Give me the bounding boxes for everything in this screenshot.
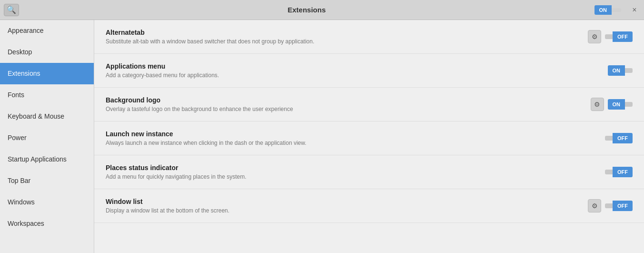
- toggle-on-button[interactable]: ON: [608, 99, 625, 110]
- gear-icon[interactable]: ⚙: [591, 98, 604, 111]
- extension-description: Substitute alt-tab with a window based s…: [106, 38, 588, 45]
- extension-info: Launch new instanceAlways launch a new i…: [106, 130, 605, 146]
- extension-description: Add a category-based menu for applicatio…: [106, 72, 608, 79]
- sidebar: AppearanceDesktopExtensionsFontsKeyboard…: [0, 20, 94, 253]
- extension-description: Add a menu for quickly navigating places…: [106, 173, 605, 180]
- extension-toggle: ON: [608, 99, 633, 110]
- global-toggle: ON: [594, 5, 622, 15]
- extension-item: Places status indicatorAdd a menu for qu…: [94, 155, 644, 189]
- extension-info: Window listDisplay a window list at the …: [106, 198, 588, 214]
- extension-controls: ⚙ON: [591, 98, 633, 111]
- extension-info: Applications menuAdd a category-based me…: [106, 62, 608, 79]
- sidebar-item-appearance[interactable]: Appearance: [0, 20, 94, 41]
- extension-toggle: OFF: [605, 167, 633, 177]
- titlebar: 🔍 Extensions ON ×: [0, 0, 644, 20]
- extension-controls: ON: [608, 65, 633, 76]
- extension-item: Background logoOverlay a tasteful logo o…: [94, 88, 644, 121]
- toggle-off-button[interactable]: OFF: [613, 201, 633, 211]
- close-button[interactable]: ×: [627, 2, 642, 18]
- toggle-off-button[interactable]: OFF: [613, 133, 633, 143]
- extension-toggle: OFF: [605, 201, 633, 211]
- toggle-off-button[interactable]: [625, 68, 633, 73]
- page-title: Extensions: [19, 6, 594, 14]
- toggle-on-button[interactable]: ON: [608, 65, 625, 76]
- extension-description: Display a window list at the bottom of t…: [106, 207, 588, 214]
- extension-controls: OFF: [605, 167, 633, 177]
- extension-description: Overlay a tasteful logo on the backgroun…: [106, 106, 591, 112]
- toggle-off-button[interactable]: OFF: [613, 167, 633, 177]
- extension-info: Background logoOverlay a tasteful logo o…: [106, 96, 591, 112]
- toggle-on-button[interactable]: [605, 136, 613, 141]
- extension-name: Background logo: [106, 96, 591, 104]
- toggle-on-button[interactable]: [605, 203, 613, 208]
- extension-info: Places status indicatorAdd a menu for qu…: [106, 164, 605, 180]
- extension-controls: ⚙OFF: [588, 199, 633, 213]
- gear-icon[interactable]: ⚙: [588, 199, 601, 213]
- extension-name: Applications menu: [106, 62, 608, 70]
- search-button[interactable]: 🔍: [4, 4, 19, 16]
- extension-toggle: ON: [608, 65, 633, 76]
- extension-item: AlternatetabSubstitute alt-tab with a wi…: [94, 20, 644, 54]
- extension-item: Launch new instanceAlways launch a new i…: [94, 121, 644, 155]
- extension-description: Always launch a new instance when clicki…: [106, 140, 605, 146]
- toggle-off-button[interactable]: [625, 102, 633, 107]
- search-icon: 🔍: [7, 5, 16, 14]
- extension-item: Applications menuAdd a category-based me…: [94, 54, 644, 88]
- sidebar-item-startup-applications[interactable]: Startup Applications: [0, 149, 94, 170]
- extension-name: Window list: [106, 198, 588, 205]
- extension-name: Places status indicator: [106, 164, 605, 172]
- extension-controls: ⚙OFF: [588, 30, 633, 43]
- extension-name: Alternatetab: [106, 29, 588, 36]
- extension-toggle: OFF: [605, 133, 633, 143]
- toggle-off-button[interactable]: OFF: [613, 31, 633, 42]
- global-on-button[interactable]: ON: [594, 5, 612, 15]
- sidebar-item-power[interactable]: Power: [0, 127, 94, 149]
- extension-name: Launch new instance: [106, 130, 605, 138]
- sidebar-item-windows[interactable]: Windows: [0, 192, 94, 213]
- extension-toggle: OFF: [605, 31, 633, 42]
- sidebar-item-top-bar[interactable]: Top Bar: [0, 170, 94, 192]
- extension-item: Window listDisplay a window list at the …: [94, 189, 644, 223]
- global-off-button[interactable]: [612, 8, 621, 12]
- toggle-on-button[interactable]: [605, 34, 613, 39]
- extension-info: AlternatetabSubstitute alt-tab with a wi…: [106, 29, 588, 45]
- sidebar-item-keyboard-and-mouse[interactable]: Keyboard & Mouse: [0, 106, 94, 127]
- content-area: AlternatetabSubstitute alt-tab with a wi…: [94, 20, 644, 253]
- extension-controls: OFF: [605, 133, 633, 143]
- sidebar-item-extensions[interactable]: Extensions: [0, 63, 94, 84]
- sidebar-item-fonts[interactable]: Fonts: [0, 84, 94, 106]
- sidebar-item-workspaces[interactable]: Workspaces: [0, 213, 94, 234]
- toggle-on-button[interactable]: [605, 170, 613, 174]
- main-layout: AppearanceDesktopExtensionsFontsKeyboard…: [0, 20, 644, 253]
- sidebar-item-desktop[interactable]: Desktop: [0, 41, 94, 63]
- gear-icon[interactable]: ⚙: [588, 30, 601, 43]
